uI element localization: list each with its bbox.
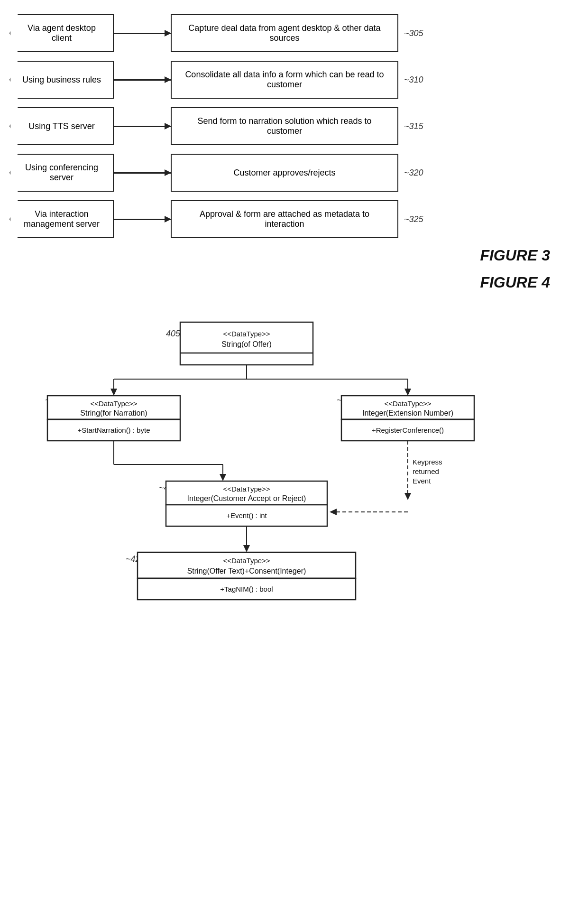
svg-marker-46: [243, 545, 250, 552]
flow-row-320: Using conferencing server Customer appro…: [9, 154, 579, 192]
left-label-315: Using TTS server: [28, 121, 95, 131]
left-box-320: Using conferencing server: [9, 154, 114, 192]
left-label-320: Using conferencing server: [17, 163, 106, 183]
svg-text:Integer(Extension Number): Integer(Extension Number): [362, 409, 453, 417]
right-label-315: Send form to narration solution which re…: [179, 116, 390, 136]
svg-text:Event: Event: [413, 477, 431, 485]
svg-text:<<DataType>>: <<DataType>>: [223, 485, 270, 493]
flow-row-310: Using business rules Consolidate all dat…: [9, 61, 579, 99]
svg-text:+TagNIM() : bool: +TagNIM() : bool: [220, 585, 273, 593]
node-405: 405~ <<DataType>> String(of Offer): [166, 322, 313, 365]
node-420: ~420 <<DataType>> String(Offer Text)+Con…: [126, 552, 356, 600]
right-label-320: Customer approves/rejects: [233, 168, 335, 178]
left-label-305: Via agent desktop client: [17, 23, 106, 43]
figure4-diagram: 405~ <<DataType>> String(of Offer): [19, 294, 569, 702]
ref-310: 310: [404, 75, 423, 85]
right-label-305: Capture deal data from agent desktop & o…: [179, 23, 390, 43]
svg-text:returned: returned: [413, 467, 439, 475]
svg-marker-12: [404, 389, 411, 396]
arrow-320: [114, 172, 171, 174]
svg-text:Integer(Customer Accept or Rej: Integer(Customer Accept or Reject): [187, 494, 306, 502]
svg-text:Keypress: Keypress: [413, 458, 442, 466]
figure3-label: FIGURE 3: [9, 247, 550, 264]
svg-text:<<DataType>>: <<DataType>>: [223, 330, 270, 338]
right-box-305: Capture deal data from agent desktop & o…: [171, 14, 398, 52]
arrow-315: [114, 126, 171, 127]
right-label-310: Consolidate all data info a form which c…: [179, 70, 390, 90]
node-425: ~425 <<DataType>> Integer(Extension Numb…: [337, 395, 474, 441]
left-label-310: Using business rules: [22, 75, 101, 85]
right-box-315: Send form to narration solution which re…: [171, 107, 398, 145]
flow-row-325: Via interaction management server Approv…: [9, 200, 579, 238]
right-box-325: Approval & form are attached as metadata…: [171, 200, 398, 238]
arrow-310: [114, 79, 171, 81]
svg-marker-32: [404, 493, 411, 500]
svg-text:<<DataType>>: <<DataType>>: [90, 399, 137, 408]
flow-row-315: Using TTS server Send form to narration …: [9, 107, 579, 145]
figure4: FIGURE 4 405~ <<DataType>> String(of Off…: [9, 274, 579, 702]
ref-305: 305: [404, 28, 423, 38]
ref-320: 320: [404, 168, 423, 178]
svg-text:+RegisterConference(): +RegisterConference(): [372, 426, 444, 434]
main-container: Via agent desktop client Capture deal da…: [0, 0, 588, 716]
flow-row-305: Via agent desktop client Capture deal da…: [9, 14, 579, 52]
svg-text:String(Offer Text)+Consent(Int: String(Offer Text)+Consent(Integer): [187, 567, 306, 575]
svg-text:<<DataType>>: <<DataType>>: [223, 557, 270, 565]
right-box-310: Consolidate all data info a form which c…: [171, 61, 398, 99]
svg-text:+Event() : int: +Event() : int: [226, 511, 267, 520]
figure3: Via agent desktop client Capture deal da…: [9, 14, 579, 264]
svg-text:+StartNarration() : byte: +StartNarration() : byte: [78, 426, 150, 434]
right-box-320: Customer approves/rejects: [171, 154, 398, 192]
left-box-305: Via agent desktop client: [9, 14, 114, 52]
right-label-325: Approval & form are attached as metadata…: [179, 209, 390, 229]
svg-text:String(for Narration): String(for Narration): [80, 409, 147, 417]
svg-marker-8: [110, 389, 117, 396]
node-415: ~415 <<DataType>> Integer(Customer Accep…: [159, 481, 327, 526]
left-box-310: Using business rules: [9, 61, 114, 99]
figure4-label: FIGURE 4: [9, 274, 550, 291]
arrow-305: [114, 33, 171, 34]
svg-marker-30: [220, 474, 226, 481]
left-box-325: Via interaction management server: [9, 200, 114, 238]
svg-marker-37: [330, 509, 337, 515]
node-410: ~410 <<DataType>> String(for Narration) …: [45, 395, 180, 441]
arrow-325: [114, 219, 171, 220]
ref-315: 315: [404, 121, 423, 131]
svg-text:String(of Offer): String(of Offer): [221, 340, 272, 348]
left-label-325: Via interaction management server: [17, 209, 106, 229]
left-box-315: Using TTS server: [9, 107, 114, 145]
ref-325: 325: [404, 214, 423, 224]
svg-text:<<DataType>>: <<DataType>>: [384, 399, 431, 408]
